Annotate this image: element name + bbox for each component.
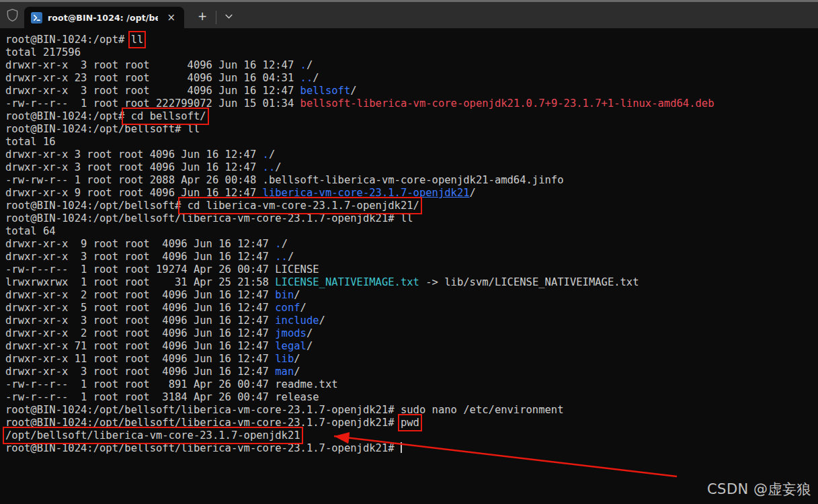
terminal-text: /: [306, 59, 313, 71]
terminal-text: -rw-r--r-- 1 root root 891 Apr 26 00:47 …: [5, 378, 338, 390]
terminal-text: drwxr-xr-x 3 root root 4096 Jun 16 12:47: [5, 251, 275, 263]
terminal-text: total 217596: [5, 46, 81, 58]
terminal-text: include: [275, 314, 319, 327]
terminal-text: /: [294, 353, 300, 365]
terminal-line: drwxr-xr-x 3 root root 4096 Jun 16 12:47…: [5, 366, 818, 378]
terminal-text: bin: [275, 289, 294, 301]
powershell-icon: [31, 12, 42, 24]
terminal-line: root@BIN-1024:/opt# cd bellsoft/: [5, 110, 818, 123]
terminal-tab[interactable]: root@BIN-1024: /opt/bellsoft/ ×: [24, 7, 184, 28]
terminal-line: total 16: [5, 136, 818, 149]
terminal-text: drwxr-xr-x 3 root root 4096 Jun 16 12:47: [5, 161, 263, 173]
terminal-line: drwxr-xr-x 11 root root 4096 Jun 16 12:4…: [5, 353, 818, 366]
terminal-text: /: [470, 187, 476, 199]
annotation-box: ll: [131, 34, 144, 46]
terminal-text: -rw-r--r-- 1 root root 19274 Apr 26 00:4…: [5, 263, 319, 276]
close-icon[interactable]: ×: [163, 11, 179, 24]
terminal-line: total 217596: [5, 46, 818, 59]
terminal-line: drwxr-xr-x 9 root root 4096 Jun 16 12:47…: [5, 238, 818, 251]
terminal-text: /: [288, 251, 294, 263]
terminal-line: drwxr-xr-x 2 root root 4096 Jun 16 12:47…: [5, 289, 818, 302]
terminal-line: root@BIN-1024:/opt# ll: [5, 34, 818, 46]
terminal-output[interactable]: root@BIN-1024:/opt# lltotal 217596drwxr-…: [0, 28, 818, 504]
terminal-text: -rw-rw-r-- 1 root root 2088 Apr 26 00:48…: [5, 174, 564, 186]
watermark: CSDN @虚妄狼: [707, 480, 811, 499]
terminal-text: /: [294, 289, 300, 301]
terminal-text: conf: [275, 302, 300, 314]
terminal-text: drwxr-xr-x 9 root root 4096 Jun 16 12:47: [5, 187, 263, 199]
terminal-text: drwxr-xr-x 3 root root 4096 Jun 16 12:47: [5, 314, 275, 327]
shield-icon: [6, 8, 19, 22]
terminal-line: drwxr-xr-x 3 root root 4096 Jun 16 12:47…: [5, 59, 818, 72]
terminal-line: root@BIN-1024:/opt/bellsoft/liberica-vm-…: [5, 212, 818, 225]
terminal-line: -rw-r--r-- 1 root root 19274 Apr 26 00:4…: [5, 263, 818, 276]
plus-icon: +: [198, 9, 207, 23]
terminal-text: LICENSE_NATIVEIMAGE.txt: [275, 276, 419, 288]
terminal-line: -rw-r--r-- 1 root root 3184 Apr 26 00:47…: [5, 391, 818, 404]
chevron-down-icon: [225, 14, 233, 19]
terminal-text: drwxr-xr-x 3 root root 4096 Jun 16 12:47: [5, 149, 263, 161]
terminal-text: /: [319, 314, 325, 327]
terminal-text: root@BIN-1024:/opt/bellsoft/liberica-vm-…: [5, 212, 413, 224]
tab-title: root@BIN-1024: /opt/bellsoft/: [48, 13, 158, 23]
terminal-text: root@BIN-1024:/opt/bellsoft/liberica-vm-…: [5, 442, 401, 454]
terminal-text: man: [275, 366, 294, 378]
terminal-line: drwxr-xr-x 5 root root 4096 Jun 16 12:47…: [5, 302, 818, 314]
terminal-line: drwxr-xr-x 71 root root 4096 Jun 16 12:4…: [5, 340, 818, 353]
annotation-box: pwd: [401, 417, 419, 429]
terminal-text: -rw-r--r-- 1 root root 222799072 Jun 15 …: [5, 97, 300, 110]
terminal-text: lrwxrwxrwx 1 root root 31 Apr 25 21:58: [5, 276, 275, 288]
terminal-text: bellsoft-liberica-vm-core-openjdk21.0.7+…: [300, 97, 714, 110]
terminal-line: drwxr-xr-x 3 root root 4096 Jun 16 12:47…: [5, 251, 818, 263]
tabbar-divider: [216, 11, 216, 24]
terminal-line: drwxr-xr-x 2 root root 4096 Jun 16 12:47…: [5, 327, 818, 340]
terminal-text: root@BIN-1024:/opt/bellsoft# ll: [5, 123, 200, 135]
terminal-text: .: [263, 149, 269, 161]
terminal-line: total 64: [5, 225, 818, 238]
terminal-text: root@BIN-1024:/opt/bellsoft/liberica-vm-…: [5, 417, 401, 429]
terminal-text: lib: [275, 353, 294, 365]
terminal-line: root@BIN-1024:/opt/bellsoft# cd liberica…: [5, 200, 818, 212]
terminal-text: /: [350, 85, 356, 97]
terminal-text: .: [300, 59, 306, 71]
tab-dropdown-button[interactable]: [219, 7, 238, 26]
terminal-text: /: [300, 302, 306, 314]
terminal-text: drwxr-xr-x 2 root root 4096 Jun 16 12:47: [5, 327, 275, 339]
terminal-text: root@BIN-1024:/opt#: [5, 110, 124, 122]
terminal-text: -rw-r--r-- 1 root root 3184 Apr 26 00:47…: [5, 391, 319, 403]
terminal-text: ..: [300, 72, 313, 84]
terminal-text: drwxr-xr-x 71 root root 4096 Jun 16 12:4…: [5, 340, 275, 352]
terminal-line: drwxr-xr-x 9 root root 4096 Jun 16 12:47…: [5, 187, 818, 200]
terminal-text: root@BIN-1024:/opt/bellsoft/liberica-vm-…: [5, 404, 564, 416]
terminal-text: jmods: [275, 327, 306, 339]
terminal-text: drwxr-xr-x 23 root root 4096 Jun 16 04:3…: [5, 72, 300, 84]
annotation-box: cd bellsoft/: [124, 110, 206, 122]
annotation-box: /opt/bellsoft/liberica-vm-core-23.1.7-op…: [5, 429, 300, 442]
terminal-text: /: [294, 366, 300, 378]
terminal-text: .: [275, 238, 281, 250]
terminal-text: drwxr-xr-x 3 root root 4096 Jun 16 12:47: [5, 85, 300, 97]
terminal-tab-bar: root@BIN-1024: /opt/bellsoft/ × +: [0, 2, 818, 28]
terminal-text: drwxr-xr-x 2 root root 4096 Jun 16 12:47: [5, 289, 275, 301]
terminal-text: legal: [275, 340, 306, 352]
terminal-text: root@BIN-1024:/opt/bellsoft#: [5, 200, 181, 212]
terminal-line: drwxr-xr-x 23 root root 4096 Jun 16 04:3…: [5, 72, 818, 85]
terminal-line: root@BIN-1024:/opt/bellsoft# ll: [5, 123, 818, 136]
terminal-line: root@BIN-1024:/opt/bellsoft/liberica-vm-…: [5, 404, 818, 417]
terminal-text: /: [275, 161, 281, 173]
terminal-text: total 64: [5, 225, 56, 237]
text-cursor: [401, 442, 402, 453]
terminal-text: /: [313, 72, 319, 84]
annotation-box: cd liberica-vm-core-23.1.7-openjdk21/: [181, 200, 419, 212]
terminal-text: -> lib/svm/LICENSE_NATIVEIMAGE.txt: [419, 276, 639, 288]
terminal-text: drwxr-xr-x 11 root root 4096 Jun 16 12:4…: [5, 353, 275, 365]
terminal-line: drwxr-xr-x 3 root root 4096 Jun 16 12:47…: [5, 314, 818, 327]
terminal-text: /: [282, 238, 288, 250]
new-tab-button[interactable]: +: [193, 7, 212, 26]
terminal-text: /: [269, 149, 275, 161]
terminal-line: drwxr-xr-x 3 root root 4096 Jun 16 12:47…: [5, 149, 818, 161]
terminal-text: drwxr-xr-x 3 root root 4096 Jun 16 12:47: [5, 59, 300, 71]
terminal-text: total 16: [5, 136, 56, 148]
terminal-line: drwxr-xr-x 3 root root 4096 Jun 16 12:47…: [5, 85, 818, 97]
terminal-text: /: [306, 327, 313, 339]
